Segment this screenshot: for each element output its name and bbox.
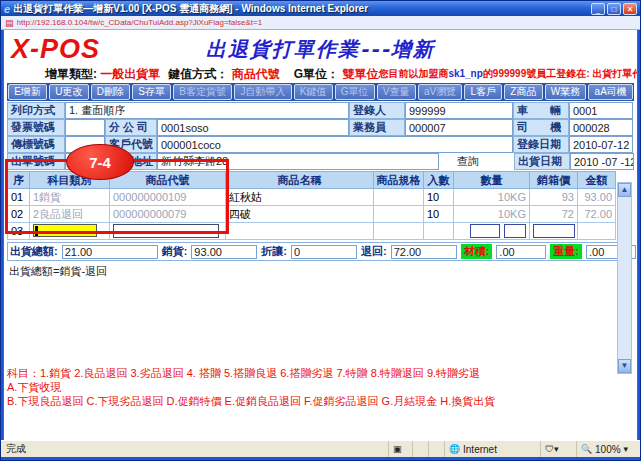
col-spec: 商品規格 <box>374 172 424 189</box>
url-text[interactable]: http://192.168.0.104/tw/c_CData/ChuTuiAd… <box>17 18 263 27</box>
qty-unit-input[interactable] <box>504 224 526 238</box>
toolbar-button-add[interactable]: E增新 <box>8 84 47 100</box>
status-cell-empty2 <box>428 441 444 457</box>
browser-window: e 出退貨打單作業—增新V1.00 [X-POS 雲通商務網] - Window… <box>0 0 641 461</box>
vertical-scrollbar[interactable]: ▲ ▼ <box>617 182 632 374</box>
toolbar-button-save[interactable]: S存單 <box>132 84 171 100</box>
close-button[interactable]: ✕ <box>623 3 637 15</box>
toolbar: E增新 U更改 D刪除 S存單 B客定貨號 J自動帶入 K鍵值 G單位 V查量 … <box>7 83 634 101</box>
product-code-input[interactable] <box>113 224 219 238</box>
order-number-label: 出單號碼 <box>7 153 65 170</box>
row3-subject-cell <box>30 223 110 240</box>
row3-amount <box>578 223 616 240</box>
zoom-control[interactable]: 🔍 100% ▾ <box>576 441 640 457</box>
text-caret <box>35 226 38 236</box>
return-total-value: 72.00 <box>391 245 457 259</box>
login-status: 您目前以加盟商sk1_np的999999號員工登錄在: 出貨打單作業--增新 <box>378 67 638 81</box>
branch-field[interactable]: 0001soso <box>157 119 349 136</box>
driver-field[interactable]: 000028 <box>569 119 633 136</box>
col-qty-in: 入數 <box>424 172 454 189</box>
salesman-label: 業務員 <box>349 119 405 136</box>
form-row-1: 列印方式 1. 畫面順序 登錄人 999999 車 輛 0001 <box>7 102 634 119</box>
subject-input[interactable] <box>33 224 97 237</box>
phishing-filter[interactable]: 🛡▾ <box>540 441 576 457</box>
zoom-dropdown-icon: ▾ <box>623 444 628 454</box>
security-zone: 🌐 Internet <box>444 441 540 457</box>
row1-seq: 01 <box>8 189 30 206</box>
invoice-field[interactable] <box>65 119 105 136</box>
toolbar-button-browse[interactable]: aV瀏覽 <box>418 84 463 100</box>
maximize-button[interactable]: □ <box>607 3 621 15</box>
toolbar-button-keyvalue[interactable]: K鍵值 <box>294 84 333 100</box>
scroll-down-icon[interactable]: ▼ <box>618 359 631 373</box>
toolbar-button-sales[interactable]: W業務 <box>545 84 587 100</box>
registrant-field[interactable]: 999999 <box>405 102 513 119</box>
row3-code-cell <box>110 223 226 240</box>
total-formula: 出貨總額=銷貨-退回 <box>9 264 634 279</box>
invoice-label: 發票號碼 <box>7 119 65 136</box>
shipdate-field[interactable]: 2010 -07 -12 <box>570 153 634 170</box>
table-row: 01 1銷貨 000000000109 紅秋姑 10 10KG 93 93.00 <box>8 189 616 206</box>
qty-input[interactable] <box>470 224 500 238</box>
print-mode-field[interactable]: 1. 畫面順序 <box>65 102 349 119</box>
unit-value: 雙單位 <box>342 67 378 81</box>
price-input[interactable] <box>533 224 575 238</box>
sales-total-value: 93.00 <box>191 245 257 259</box>
ie-icon: e <box>4 3 10 15</box>
registrant-label: 登錄人 <box>349 102 405 119</box>
return-total-label: 退回: <box>361 244 387 259</box>
row2-qty-in: 10 <box>424 206 454 223</box>
globe-icon: 🌐 <box>449 444 460 454</box>
salesman-field[interactable]: 000007 <box>405 119 513 136</box>
branch-label: 分 公 司 <box>105 119 157 136</box>
key-mode-value: 商品代號 <box>232 67 280 81</box>
items-table: 序 科目類別 商品代號 商品名稱 商品規格 入數 數量 銷箱價 金額 01 1銷… <box>7 171 616 240</box>
regdate-field[interactable]: 2010-07-12 <box>569 136 633 153</box>
sales-total-label: 銷貨: <box>162 244 188 259</box>
unit-label: G單位： <box>294 67 339 81</box>
query-button[interactable]: 查詢 <box>439 153 497 170</box>
meta-row: 增單類型: 一般出貨單 鍵值方式： 商品代號 G單位： 雙單位 您目前以加盟商s… <box>7 66 634 82</box>
col-name: 商品名稱 <box>226 172 374 189</box>
row3-qty-cell <box>454 223 530 240</box>
help-line-2: A.下貨收現 <box>7 380 634 394</box>
scroll-up-icon[interactable]: ▲ <box>618 183 631 197</box>
row1-price: 93 <box>530 189 578 206</box>
page-title: 出退貨打單作業---增新 <box>7 36 634 63</box>
row3-name <box>226 223 374 240</box>
toolbar-button-product[interactable]: Z商品 <box>504 84 542 100</box>
toolbar-button-update[interactable]: U更改 <box>49 84 89 100</box>
shield-icon: 🛡 <box>545 444 554 454</box>
address-field[interactable]: 新竹縣李路28 <box>157 153 439 170</box>
toolbar-button-autofill[interactable]: J自動帶入 <box>234 84 291 100</box>
title-bar: e 出退貨打單作業—增新V1.00 [X-POS 雲通商務網] - Window… <box>1 1 640 16</box>
toolbar-button-driver[interactable]: aA司機 <box>588 84 633 100</box>
print-mode-label: 列印方式 <box>7 102 65 119</box>
toolbar-button-check-qty[interactable]: V查量 <box>377 84 416 100</box>
row2-price: 72 <box>530 206 578 223</box>
status-text: 完成 <box>1 441 388 457</box>
weight-label: 重量: <box>550 244 582 259</box>
row3-spec <box>374 223 424 240</box>
vehicle-field[interactable]: 0001 <box>569 102 633 119</box>
annotation-bubble: 7-4 <box>66 144 134 180</box>
order-type-label: 增單類型: <box>45 67 97 81</box>
key-mode-label: 鍵值方式： <box>168 67 228 81</box>
toolbar-button-customer[interactable]: L客戶 <box>464 84 502 100</box>
col-amount: 金額 <box>578 172 616 189</box>
customer-code-field[interactable]: 000001coco <box>157 136 513 153</box>
row2-code: 000000000079 <box>110 206 226 223</box>
minimize-button[interactable]: _ <box>591 3 605 15</box>
toolbar-button-unit[interactable]: G單位 <box>335 84 375 100</box>
discount-value: 0 <box>291 245 357 259</box>
magnifier-icon: 🔍 <box>581 444 592 454</box>
login-user-id: sk1_np <box>448 68 482 79</box>
toolbar-button-delete[interactable]: D刪除 <box>91 84 131 100</box>
row3-seq: 03 <box>8 223 30 240</box>
volume-value: .00 <box>496 245 546 259</box>
pass-number-label: 傳標號碼 <box>7 136 65 153</box>
shipdate-label: 出貨日期 <box>514 153 570 170</box>
vehicle-label: 車 輛 <box>513 102 569 119</box>
toolbar-button-custom-code[interactable]: B客定貨號 <box>173 84 232 100</box>
window-frame-bottom <box>1 457 640 460</box>
